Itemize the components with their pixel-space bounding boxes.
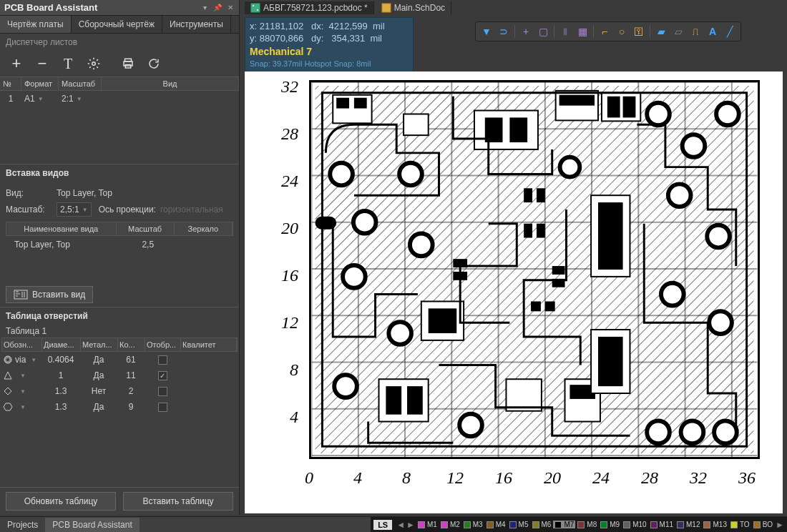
- layer-prev-icon[interactable]: ◄: [396, 520, 405, 530]
- refresh-icon[interactable]: [142, 53, 166, 74]
- remove-sheet-icon[interactable]: −: [30, 53, 54, 74]
- layer-item-M4[interactable]: M4: [485, 521, 507, 528]
- layer-item-M8[interactable]: M8: [576, 521, 598, 528]
- layer-swatch-icon: [532, 521, 539, 528]
- hole-show-checkbox[interactable]: [145, 401, 180, 413]
- hole-show-checkbox[interactable]: ✓: [145, 370, 180, 382]
- views-row[interactable]: Top Layer, Top 2,5: [6, 236, 233, 253]
- crosshair-icon[interactable]: +: [518, 24, 534, 39]
- add-sheet-icon[interactable]: +: [4, 53, 29, 74]
- col-viewscale[interactable]: Масштаб: [117, 222, 175, 235]
- layer-item-M2[interactable]: M2: [439, 521, 461, 528]
- sheet-toolbar: + − T: [0, 51, 239, 77]
- insert-table-button[interactable]: Вставить таблицу: [123, 492, 233, 511]
- scale-select[interactable]: 2,5:1▼: [57, 202, 92, 217]
- holes-row[interactable]: ▼ 1.3 Нет 2: [1, 383, 238, 399]
- sheet-row[interactable]: 1 A1▼ 2:1▼: [0, 91, 239, 107]
- insert-view-button[interactable]: Вставить вид: [6, 286, 93, 303]
- svg-point-58: [683, 134, 705, 157]
- pcb-canvas[interactable]: 32282420161284 04812162024283236: [245, 72, 783, 513]
- svg-point-67: [560, 157, 580, 177]
- holes-row[interactable]: ▼ 1 Да 11 ✓: [1, 368, 238, 383]
- col-num[interactable]: №: [0, 77, 21, 90]
- layer-item-M3[interactable]: M3: [462, 521, 484, 528]
- fill-icon[interactable]: ▰: [653, 24, 669, 39]
- y-tick-label: 32: [270, 77, 298, 97]
- layer-item-BO[interactable]: BO: [752, 521, 774, 528]
- holes-buttons: Обновить таблицу Вставить таблицу: [0, 487, 239, 515]
- layer-item-M12[interactable]: M12: [675, 521, 701, 528]
- holes-row[interactable]: ▼ 1.3 Да 9: [1, 399, 238, 415]
- col-dia[interactable]: Диаме...: [42, 338, 81, 351]
- holes-row[interactable]: via▼ 0.4064 Да 61: [1, 352, 238, 368]
- sheet-table-header: № Формат Масштаб Вид: [0, 77, 239, 91]
- dropdown-icon[interactable]: ▾: [200, 4, 209, 12]
- doc-tab-sch[interactable]: Main.SchDoc: [376, 1, 451, 14]
- grid-icon[interactable]: ▦: [575, 24, 590, 39]
- col-show[interactable]: Отобр...: [145, 338, 181, 351]
- footer-tab-assistant[interactable]: PCB Board Assistant: [45, 518, 139, 532]
- layer-label: M6: [542, 521, 552, 528]
- footer-tab-projects[interactable]: Projects: [0, 518, 45, 532]
- trace-icon[interactable]: ⎍: [688, 24, 703, 39]
- key-icon[interactable]: ⚿: [631, 24, 647, 39]
- align-icon[interactable]: ⫴: [557, 24, 573, 39]
- layer-item-M11[interactable]: M11: [649, 521, 675, 528]
- pcb-file-icon: [250, 3, 260, 13]
- layer-item-M10[interactable]: M10: [622, 521, 647, 528]
- col-metal[interactable]: Метал...: [81, 338, 118, 351]
- col-symbol[interactable]: Обозн...: [2, 338, 42, 351]
- svg-rect-42: [537, 224, 545, 238]
- col-count[interactable]: Ко...: [118, 338, 145, 351]
- magnet-icon[interactable]: ⊃: [496, 24, 512, 39]
- svg-point-65: [681, 421, 704, 444]
- route-icon[interactable]: ⌐: [597, 24, 612, 39]
- svg-rect-32: [506, 379, 541, 410]
- col-scale[interactable]: Масштаб: [59, 77, 102, 90]
- print-icon[interactable]: [116, 53, 140, 74]
- left-panel: PCB Board Assistant ▾ 📌 ✕ Чертёж платы С…: [0, 0, 240, 515]
- line-icon[interactable]: ╱: [722, 24, 738, 39]
- layer-item-TO[interactable]: TO: [729, 521, 751, 528]
- ls-badge[interactable]: LS: [373, 520, 392, 530]
- filter-icon[interactable]: ▼: [479, 24, 494, 39]
- tab-tools[interactable]: Инструменты: [162, 16, 231, 33]
- doc-tab-sch-label: Main.SchDoc: [394, 3, 445, 13]
- layer-swatch-icon: [650, 521, 658, 528]
- doc-tab-pcb[interactable]: АБВГ.758721.123.pcbdoc *: [245, 1, 374, 14]
- col-viewname[interactable]: Наименование вида: [6, 222, 117, 235]
- layer-next-icon[interactable]: ►: [406, 520, 415, 530]
- tab-assembly[interactable]: Сборочный чертёж: [72, 16, 162, 33]
- sheet-format[interactable]: A1▼: [21, 92, 59, 105]
- coord-y: y: 88070,866 dy: 354,331 mil: [250, 33, 409, 45]
- text-tool-icon[interactable]: A: [705, 24, 720, 39]
- tab-drawing[interactable]: Чертёж платы: [0, 16, 72, 33]
- via-icon[interactable]: ○: [614, 24, 630, 39]
- col-format[interactable]: Формат: [21, 77, 59, 90]
- gear-icon[interactable]: [82, 53, 106, 74]
- layer-item-M6[interactable]: M6: [531, 521, 553, 528]
- close-icon[interactable]: ✕: [226, 4, 235, 12]
- view-value[interactable]: Top Layer, Top: [57, 188, 112, 198]
- col-view[interactable]: Вид: [102, 77, 239, 90]
- col-quality[interactable]: Квалитет: [181, 338, 237, 351]
- layer-item-M9[interactable]: M9: [599, 521, 621, 528]
- update-table-button[interactable]: Обновить таблицу: [6, 492, 116, 511]
- select-rect-icon[interactable]: ▢: [535, 24, 551, 39]
- layer-item-M7[interactable]: M7: [553, 521, 575, 528]
- col-mirror[interactable]: Зеркало: [175, 222, 233, 235]
- svg-rect-25: [607, 97, 620, 118]
- poly-icon[interactable]: ▱: [670, 24, 686, 39]
- hole-symbol: ▼: [1, 400, 41, 413]
- hole-show-checkbox[interactable]: [145, 354, 180, 366]
- layer-scroll-icon[interactable]: ►: [776, 520, 784, 530]
- pin-icon[interactable]: 📌: [213, 4, 222, 12]
- hole-symbol: ▼: [1, 385, 41, 398]
- text-icon[interactable]: T: [56, 53, 80, 74]
- sheet-scale[interactable]: 2:1▼: [59, 92, 102, 105]
- layer-item-M5[interactable]: M5: [508, 521, 530, 528]
- layer-item-M1[interactable]: M1: [416, 521, 439, 528]
- svg-point-9: [257, 9, 258, 11]
- layer-item-M13[interactable]: M13: [702, 521, 728, 528]
- hole-show-checkbox[interactable]: [145, 385, 180, 398]
